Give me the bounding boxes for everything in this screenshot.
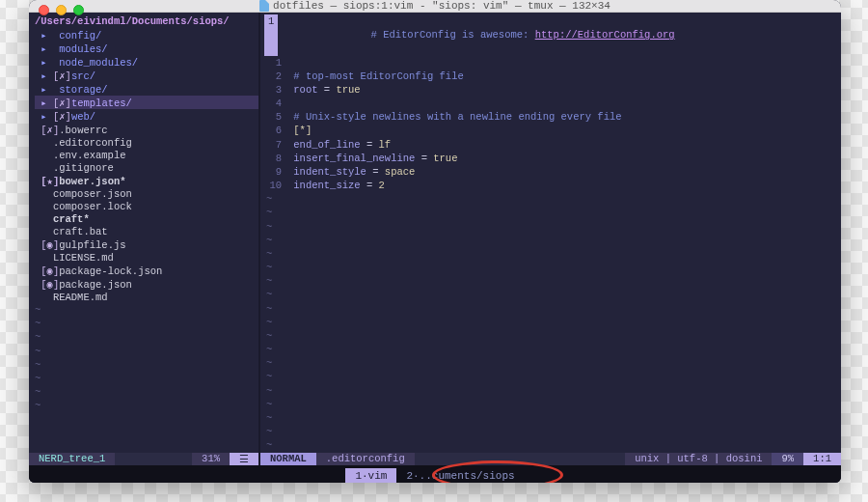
tree-file[interactable]: [◉]package-lock.json: [35, 264, 258, 277]
empty-line: ~: [260, 370, 841, 383]
code-text: insert_final_newline = true: [287, 152, 841, 165]
tree-file[interactable]: craft.bat: [35, 225, 258, 237]
tmux-tab[interactable]: 2·..cuments/siops: [396, 468, 524, 484]
empty-line: ~: [35, 399, 258, 412]
editor-pane[interactable]: 1 # EditorConfig is awesome: http://Edit…: [260, 13, 841, 453]
code-line[interactable]: 1: [260, 56, 841, 70]
empty-line: ~: [35, 330, 258, 344]
empty-line: ~: [260, 425, 841, 438]
empty-line: ~: [35, 317, 258, 330]
traffic-lights: [39, 5, 84, 15]
tree-root-path: /Users/eivindml/Documents/siops/: [35, 14, 258, 28]
empty-line: ~: [260, 438, 841, 452]
status-percent-right: 9%: [772, 453, 803, 465]
code-line[interactable]: 2 # top-most EditorConfig file: [260, 70, 841, 83]
empty-line: ~: [260, 316, 841, 329]
line-number: 8: [260, 152, 287, 165]
empty-line: ~: [35, 385, 258, 399]
window-title-text: dotfiles — siops:1:vim - "siops: vim" — …: [273, 0, 610, 12]
tree-dir[interactable]: ▸ storage/: [35, 82, 258, 96]
empty-line: ~: [260, 206, 841, 219]
line-number: 4: [260, 97, 287, 110]
status-position: 1:1: [803, 453, 841, 465]
minimize-icon[interactable]: [56, 5, 67, 15]
tree-dir[interactable]: ▸ node_modules/: [35, 55, 258, 69]
code-line[interactable]: 10 indent_size = 2: [260, 179, 841, 192]
status-mode: NORMAL: [260, 453, 316, 465]
code-text: indent_size = 2: [287, 179, 841, 192]
empty-line: ~: [260, 398, 841, 411]
code-line[interactable]: 4: [260, 97, 841, 110]
tree-file[interactable]: .env.example: [35, 149, 258, 161]
banner-line: 1 # EditorConfig is awesome: http://Edit…: [260, 14, 841, 56]
tree-dir[interactable]: ▸ [✗]src/: [35, 69, 258, 82]
empty-line: ~: [35, 372, 258, 385]
tree-file[interactable]: [◉]package.json: [35, 277, 258, 291]
right-filler: ~~~~~~~~~~~~~~~~~~~: [260, 192, 841, 452]
tree-file[interactable]: composer.json: [35, 187, 258, 200]
code-line[interactable]: 7 end_of_line = lf: [260, 138, 841, 152]
status-buffer-name: NERD_tree_1: [29, 453, 115, 465]
code-text: # Unix-style newlines with a newline end…: [287, 110, 841, 124]
code-text: [287, 97, 841, 110]
empty-line: ~: [35, 345, 258, 358]
tree-file[interactable]: [◉]gulpfile.js: [35, 237, 258, 251]
tree-file[interactable]: README.md: [35, 291, 258, 303]
banner-link[interactable]: http://EditorConfig.org: [535, 29, 675, 41]
empty-line: ~: [35, 303, 258, 317]
code-text: end_of_line = lf: [287, 138, 841, 152]
tree-dir[interactable]: ▸ config/: [35, 28, 258, 42]
empty-line: ~: [260, 343, 841, 356]
nerdtree-statusline: NERD_tree_1 31% ☰: [29, 453, 258, 465]
tmux-tab-active[interactable]: 1·vim: [345, 468, 396, 484]
nerdtree-pane[interactable]: /Users/eivindml/Documents/siops/ ▸ confi…: [29, 13, 258, 453]
empty-line: ~: [35, 358, 258, 372]
empty-line: ~: [260, 234, 841, 247]
line-number: 6: [260, 124, 287, 137]
tree-file[interactable]: .editorconfig: [35, 136, 258, 149]
tree-file[interactable]: LICENSE.md: [35, 251, 258, 264]
line-number: 5: [260, 110, 287, 124]
empty-line: ~: [260, 288, 841, 301]
code-text: [287, 56, 841, 70]
line-number: 10: [260, 179, 287, 192]
tree-file[interactable]: [✗].bowerrc: [35, 123, 258, 136]
tree-file[interactable]: craft*: [35, 212, 258, 225]
cursor-linenr: 1: [264, 14, 278, 56]
empty-line: ~: [260, 261, 841, 274]
terminal-body: /Users/eivindml/Documents/siops/ ▸ confi…: [29, 13, 841, 483]
empty-line: ~: [260, 220, 841, 234]
empty-line: ~: [260, 356, 841, 370]
status-encoding: unix | utf-8 | dosini: [625, 453, 772, 465]
code-line[interactable]: 9 indent_style = space: [260, 165, 841, 179]
tree-file[interactable]: composer.lock: [35, 200, 258, 212]
code-text: [*]: [287, 124, 841, 137]
tree-file[interactable]: [★]bower.json*: [35, 174, 258, 187]
empty-line: ~: [260, 384, 841, 398]
tree-dir[interactable]: ▸ modules/: [35, 42, 258, 55]
code-line[interactable]: 3 root = true: [260, 83, 841, 97]
code-line[interactable]: 5 # Unix-style newlines with a newline e…: [260, 110, 841, 124]
code-text: indent_style = space: [287, 165, 841, 179]
tmux-statusbar[interactable]: 1·vim2·..cuments/siops: [29, 465, 841, 484]
line-number: 7: [260, 138, 287, 152]
editor-statusline: NORMAL .editorconfig unix | utf-8 | dosi…: [260, 453, 841, 465]
line-number: 3: [260, 83, 287, 97]
tree-dir[interactable]: ▸ [✗]templates/: [35, 96, 258, 109]
titlebar[interactable]: dotfiles — siops:1:vim - "siops: vim" — …: [29, 0, 841, 13]
tree-file[interactable]: .gitignore: [35, 161, 258, 174]
tree-dir[interactable]: ▸ [✗]web/: [35, 109, 258, 123]
panes: /Users/eivindml/Documents/siops/ ▸ confi…: [29, 13, 841, 453]
zoom-icon[interactable]: [73, 5, 84, 15]
document-icon: [259, 0, 269, 12]
status-scroll-icon: ☰: [230, 453, 258, 465]
code-area: 1 # EditorConfig is awesome: http://Edit…: [260, 13, 841, 192]
close-icon[interactable]: [39, 5, 49, 15]
tree-items: ▸ config/ ▸ modules/ ▸ node_modules/ ▸ […: [35, 28, 258, 303]
line-number: 9: [260, 165, 287, 179]
banner-comment: # EditorConfig is awesome:: [371, 29, 535, 41]
code-line[interactable]: 8 insert_final_newline = true: [260, 152, 841, 165]
code-line[interactable]: 6 [*]: [260, 124, 841, 137]
empty-line: ~: [260, 302, 841, 316]
status-percent: 31%: [192, 453, 230, 465]
